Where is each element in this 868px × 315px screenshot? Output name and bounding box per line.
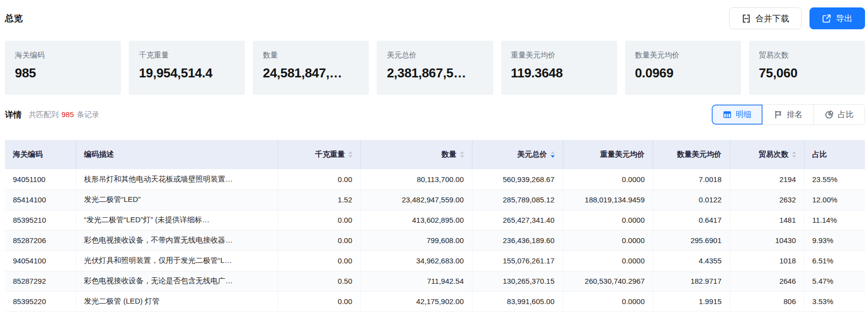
cell-数量美元均价: 0.0122 (653, 189, 730, 210)
cell-占比: 5.47% (804, 271, 865, 291)
cell-重量美元均价: 260,530,740.2967 (563, 271, 653, 291)
cell-贸易次数: 2646 (730, 271, 804, 291)
cell-数量美元均价: 4.4355 (653, 251, 730, 271)
cell-重量美元均价: 0.0000 (563, 210, 653, 230)
column-header: 数量美元均价 (653, 140, 730, 169)
page-title: 总览 (5, 12, 23, 24)
column-header: 编码描述 (76, 140, 278, 169)
cell-美元总价: 130,265,370.15 (472, 271, 563, 291)
merge-download-button[interactable]: 合并下载 (729, 7, 802, 29)
export-button[interactable]: 导出 (810, 7, 865, 29)
table-icon (723, 110, 732, 119)
stat-card: 美元总价2,381,867,5… (377, 41, 493, 95)
stat-label: 千克重量 (139, 51, 235, 60)
table-row: 85395220发光二极管 (LED) 灯管0.0042,175,902.008… (5, 291, 865, 312)
cell-海关编码: 85395220 (5, 291, 76, 312)
stat-label: 重量美元均价 (511, 51, 607, 60)
cell-数量美元均价: 0.6417 (653, 210, 730, 230)
cell-数量: 42,175,902.00 (360, 291, 472, 312)
export-icon (822, 14, 831, 23)
column-header-label: 美元总价 (518, 150, 547, 159)
cell-美元总价: 265,427,341.40 (472, 210, 563, 230)
cell-占比: 9.93% (804, 230, 865, 251)
cell-占比: 3.53% (804, 291, 865, 312)
cell-美元总价: 560,939,268.67 (472, 169, 563, 189)
cell-千克重量: 0.00 (278, 169, 360, 189)
cell-占比: 23.55% (804, 169, 865, 189)
cell-编码描述: 彩色电视接收设备，不带内置无线电接收器… (76, 230, 278, 251)
stat-label: 贸易次数 (759, 51, 855, 60)
column-header: 海关编码 (5, 140, 76, 169)
match-prefix: 共匹配到 (29, 110, 58, 119)
stat-card: 贸易次数75,060 (749, 41, 865, 95)
column-header-label: 数量美元均价 (677, 150, 722, 159)
details-left: 详情 共匹配到985条记录 (5, 109, 99, 121)
cell-数量: 711,942.54 (360, 271, 472, 291)
tab-rank-label: 排名 (787, 110, 803, 120)
cell-美元总价: 236,436,189.60 (472, 230, 563, 251)
stat-value: 19,954,514.4 (139, 65, 235, 81)
column-header[interactable]: 千克重量 (278, 140, 360, 169)
column-header: 重量美元均价 (563, 140, 653, 169)
cell-数量: 34,962,683.00 (360, 251, 472, 271)
column-header[interactable]: 贸易次数 (730, 140, 804, 169)
stats-row: 海关编码985千克重量19,954,514.4数量24,581,847,…美元总… (5, 41, 865, 95)
cell-海关编码: 85395210 (5, 210, 76, 230)
cell-千克重量: 1.52 (278, 189, 360, 210)
table-body: 94051100枝形吊灯和其他电动天花板或墙壁照明装置…0.0080,113,7… (5, 169, 865, 312)
stat-label: 美元总价 (387, 51, 483, 60)
cell-贸易次数: 1481 (730, 210, 804, 230)
cell-数量美元均价: 295.6901 (653, 230, 730, 251)
tab-rank[interactable]: 排名 (762, 105, 813, 125)
stat-value: 0.0969 (635, 65, 731, 81)
cell-编码描述: 光伏灯具和照明装置，仅用于发光二极管“L… (76, 251, 278, 271)
sort-carets-icon (460, 151, 464, 158)
column-header[interactable]: 数量 (360, 140, 472, 169)
cell-编码描述: 枝形吊灯和其他电动天花板或墙壁照明装置… (76, 169, 278, 189)
table-row: 94054100光伏灯具和照明装置，仅用于发光二极管“L…0.0034,962,… (5, 251, 865, 271)
cell-千克重量: 0.00 (278, 230, 360, 251)
stat-value: 24,581,847,… (263, 65, 359, 81)
stat-card: 千克重量19,954,514.4 (129, 41, 245, 95)
tab-detail-label: 明细 (736, 110, 752, 120)
sort-carets-icon (551, 151, 555, 158)
cell-美元总价: 155,076,261.17 (472, 251, 563, 271)
match-count: 985 (61, 110, 74, 119)
cell-数量美元均价: 1.9915 (653, 291, 730, 312)
cell-贸易次数: 10430 (730, 230, 804, 251)
stat-value: 119.3648 (511, 65, 607, 81)
column-header: 占比 (804, 140, 865, 169)
tab-detail[interactable]: 明细 (712, 105, 762, 125)
view-switcher: 明细 排名 占比 (711, 104, 865, 125)
stat-card: 数量美元均价0.0969 (625, 41, 741, 95)
stat-value: 75,060 (759, 65, 855, 81)
cell-贸易次数: 2632 (730, 189, 804, 210)
cell-海关编码: 85414100 (5, 189, 76, 210)
sort-carets-icon (792, 151, 796, 158)
cell-重量美元均价: 188,019,134.9459 (563, 189, 653, 210)
match-suffix: 条记录 (77, 110, 99, 119)
table-row: 94051100枝形吊灯和其他电动天花板或墙壁照明装置…0.0080,113,7… (5, 169, 865, 189)
tab-proportion-label: 占比 (838, 110, 854, 120)
cell-数量: 80,113,700.00 (360, 169, 472, 189)
cell-贸易次数: 1018 (730, 251, 804, 271)
column-header[interactable]: 美元总价 (472, 140, 563, 169)
stat-label: 数量美元均价 (635, 51, 731, 60)
cell-编码描述: 发光二极管 (LED) 灯管 (76, 291, 278, 312)
cell-占比: 11.14% (804, 210, 865, 230)
stat-card: 重量美元均价119.3648 (501, 41, 617, 95)
stat-card: 数量24,581,847,… (253, 41, 369, 95)
table-row: 85287206彩色电视接收设备，不带内置无线电接收器…0.00799,608.… (5, 230, 865, 251)
column-header-label: 重量美元均价 (600, 150, 645, 159)
cell-千克重量: 0.00 (278, 291, 360, 312)
tab-proportion[interactable]: 占比 (813, 105, 865, 125)
stat-label: 数量 (263, 51, 359, 60)
cell-千克重量: 0.00 (278, 210, 360, 230)
cell-美元总价: 83,991,605.00 (472, 291, 563, 312)
cell-数量美元均价: 7.0018 (653, 169, 730, 189)
records-table: 海关编码编码描述千克重量数量美元总价重量美元均价数量美元均价贸易次数占比 940… (5, 140, 865, 312)
column-header-label: 编码描述 (84, 150, 114, 159)
cell-贸易次数: 2194 (730, 169, 804, 189)
cell-重量美元均价: 0.0000 (563, 251, 653, 271)
cell-海关编码: 94051100 (5, 169, 76, 189)
